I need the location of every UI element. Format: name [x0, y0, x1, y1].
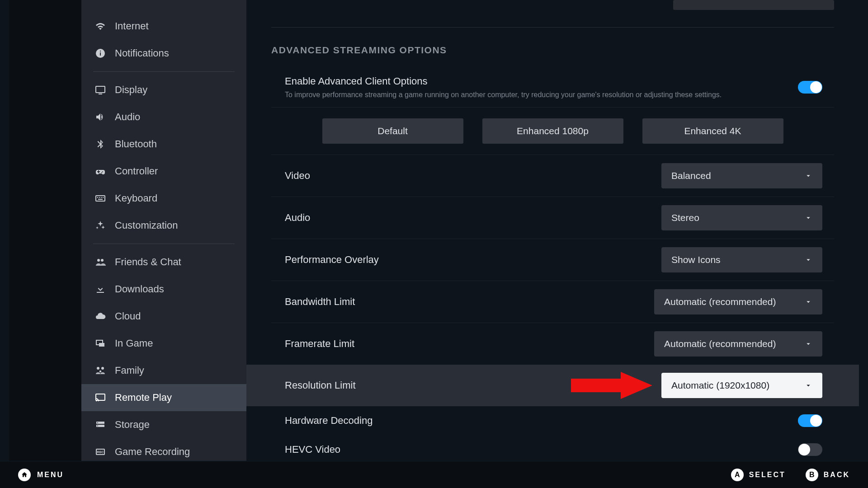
sidebar-item-label: Family	[115, 365, 144, 376]
hw-decoding-toggle[interactable]	[798, 414, 822, 427]
preset-default-button[interactable]: Default	[322, 118, 463, 144]
perf-overlay-dropdown[interactable]: Show Icons	[661, 247, 822, 272]
menu-label: MENU	[37, 471, 64, 479]
chevron-down-icon	[804, 298, 812, 306]
cutoff-dropdown[interactable]	[673, 0, 834, 10]
svg-rect-14	[99, 343, 104, 347]
dropdown-value: Automatic (recommended)	[664, 338, 776, 349]
sidebar-item-label: Bluetooth	[115, 138, 157, 150]
sidebar-item-friends[interactable]: Friends & Chat	[81, 249, 246, 276]
preset-row: Default Enhanced 1080p Enhanced 4K	[271, 107, 834, 155]
sidebar-item-family[interactable]: Family	[81, 357, 246, 384]
bluetooth-icon	[95, 139, 106, 150]
rec-icon: REC	[95, 446, 106, 457]
settings-content: ADVANCED STREAMING OPTIONS Enable Advanc…	[246, 0, 859, 461]
chevron-down-icon	[804, 340, 812, 348]
row-hevc: HEVC Video	[271, 435, 834, 461]
preset-4k-button[interactable]: Enhanced 4K	[642, 118, 783, 144]
chevron-down-icon	[804, 381, 812, 389]
hevc-label: HEVC Video	[285, 444, 340, 455]
a-button-glyph[interactable]: A	[731, 469, 744, 481]
audio-dropdown[interactable]: Stereo	[661, 205, 822, 230]
settings-window: Internet Notifications Display Audio Blu…	[9, 0, 859, 461]
row-audio: Audio Stereo	[271, 197, 834, 239]
preset-1080p-button[interactable]: Enhanced 1080p	[482, 118, 623, 144]
sidebar-item-label: Friends & Chat	[115, 256, 181, 268]
row-video: Video Balanced	[271, 155, 834, 197]
sidebar-item-label: Display	[115, 84, 147, 96]
sidebar-item-label: Cloud	[115, 310, 141, 322]
keyboard-icon	[95, 193, 106, 204]
b-button-glyph[interactable]: B	[806, 469, 818, 481]
svg-rect-7	[99, 197, 100, 198]
sidebar-item-customization[interactable]: Customization	[81, 212, 246, 239]
annotation-arrow-icon	[571, 370, 652, 401]
sidebar-item-label: Keyboard	[115, 192, 157, 204]
sidebar-item-label: Notifications	[115, 47, 169, 59]
sidebar-divider	[93, 71, 235, 72]
svg-point-16	[101, 367, 104, 370]
svg-rect-6	[97, 197, 98, 198]
dropdown-value: Automatic (868x488)	[671, 380, 769, 391]
sidebar-item-label: Controller	[115, 165, 158, 177]
svg-rect-3	[96, 86, 105, 93]
family-icon	[95, 365, 106, 376]
audio-icon	[95, 112, 106, 122]
sidebar-item-notifications[interactable]: Notifications	[81, 40, 246, 67]
sidebar-item-label: Customization	[115, 220, 178, 231]
svg-point-12	[101, 259, 104, 262]
sidebar-item-internet[interactable]: Internet	[81, 13, 246, 40]
chevron-down-icon	[804, 172, 812, 180]
storage-icon	[95, 419, 106, 430]
menu-glyph[interactable]	[18, 469, 31, 481]
sidebar-item-downloads[interactable]: Downloads	[81, 276, 246, 303]
sidebar-item-remoteplay[interactable]: Remote Play	[81, 384, 246, 411]
sidebar-item-keyboard[interactable]: Keyboard	[81, 185, 246, 212]
svg-rect-4	[99, 94, 102, 94]
sidebar-item-audio[interactable]: Audio	[81, 103, 246, 131]
sidebar-item-display[interactable]: Display	[81, 76, 246, 103]
svg-rect-5	[96, 196, 105, 201]
bandwidth-dropdown[interactable]: Automatic (recommended)	[654, 289, 822, 314]
sidebar-item-label: Internet	[115, 20, 149, 32]
svg-point-21	[97, 422, 98, 423]
hevc-toggle[interactable]	[798, 443, 822, 456]
sidebar-item-storage[interactable]: Storage	[81, 411, 246, 438]
svg-rect-10	[98, 199, 103, 200]
sidebar-item-controller[interactable]: Controller	[81, 158, 246, 185]
sidebar-item-ingame[interactable]: In Game	[81, 330, 246, 357]
dropdown-value: Balanced	[671, 170, 711, 181]
sidebar-item-cloud[interactable]: Cloud	[81, 303, 246, 330]
svg-rect-9	[103, 197, 104, 198]
back-label: BACK	[824, 471, 850, 479]
friends-icon	[95, 257, 106, 267]
chevron-down-icon	[804, 214, 812, 222]
download-icon	[95, 284, 106, 295]
sidebar-item-bluetooth[interactable]: Bluetooth	[81, 131, 246, 158]
bandwidth-label: Bandwidth Limit	[285, 296, 355, 308]
sidebar-item-label: Downloads	[115, 283, 164, 295]
dropdown-value: Stereo	[671, 212, 699, 223]
svg-rect-8	[101, 197, 102, 198]
video-label: Video	[285, 170, 310, 182]
video-dropdown[interactable]: Balanced	[661, 163, 822, 188]
sidebar-item-label: Storage	[115, 419, 150, 431]
enable-advanced-toggle[interactable]	[798, 81, 822, 94]
svg-rect-1	[100, 52, 101, 56]
cloud-icon	[95, 311, 106, 322]
row-bandwidth: Bandwidth Limit Automatic (recommended)	[271, 281, 834, 323]
framerate-dropdown[interactable]: Automatic (recommended)	[654, 331, 822, 357]
row-perf-overlay: Performance Overlay Show Icons	[271, 239, 834, 281]
sidebar-item-gamerecording[interactable]: REC Game Recording	[81, 438, 246, 461]
sidebar-item-label: In Game	[115, 338, 153, 349]
resolution-dropdown[interactable]: Automatic (868x488)	[661, 373, 822, 398]
row-resolution: Resolution Limit Automatic (868x488)	[246, 365, 859, 406]
row-hw-decoding: Hardware Decoding	[271, 406, 834, 435]
svg-marker-25	[571, 372, 652, 399]
hw-decoding-label: Hardware Decoding	[285, 415, 373, 427]
sidebar: Internet Notifications Display Audio Blu…	[81, 0, 246, 461]
svg-text:REC: REC	[97, 450, 104, 454]
enable-advanced-label: Enable Advanced Client Options	[285, 75, 798, 87]
display-icon	[95, 84, 106, 95]
info-icon	[95, 48, 106, 59]
